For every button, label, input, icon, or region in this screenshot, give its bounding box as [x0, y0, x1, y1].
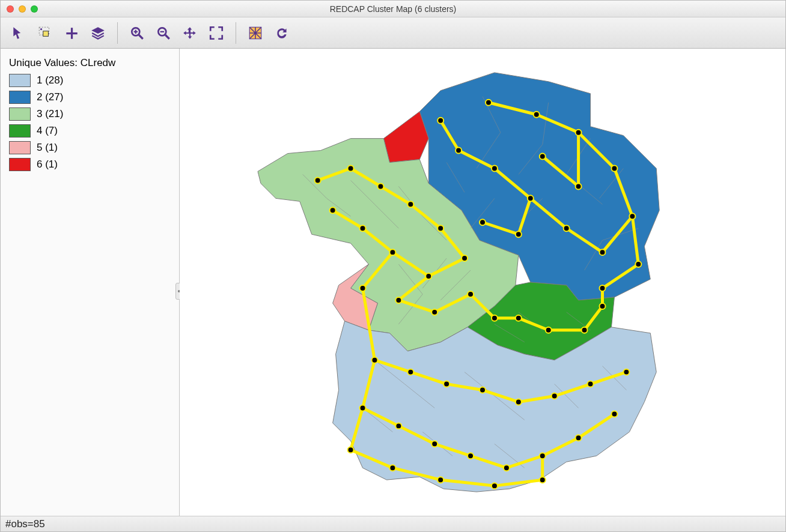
svg-point-68 — [486, 100, 492, 106]
svg-point-86 — [348, 166, 354, 172]
svg-point-117 — [540, 453, 546, 459]
svg-point-83 — [635, 261, 641, 267]
legend-item-6[interactable]: 6 (1) — [9, 158, 173, 171]
svg-point-81 — [516, 231, 522, 237]
legend-swatch — [9, 124, 31, 138]
svg-point-73 — [600, 249, 606, 255]
svg-point-91 — [425, 273, 431, 279]
pan-tool[interactable] — [178, 21, 202, 45]
svg-point-105 — [407, 369, 413, 375]
legend-swatch — [9, 158, 31, 171]
svg-point-74 — [564, 225, 570, 231]
svg-point-77 — [455, 148, 462, 154]
map-canvas[interactable] — [180, 49, 785, 516]
svg-point-115 — [468, 453, 474, 459]
svg-point-120 — [348, 447, 354, 453]
svg-point-108 — [516, 399, 522, 405]
svg-point-85 — [315, 177, 321, 183]
maximize-icon[interactable] — [31, 5, 38, 13]
legend-swatch — [9, 107, 31, 121]
cluster-region-6 — [383, 112, 428, 163]
svg-point-123 — [492, 483, 498, 489]
legend-label: 4 (7) — [37, 125, 58, 137]
svg-point-76 — [492, 166, 498, 172]
svg-point-88 — [407, 201, 413, 207]
legend-title: Unique Values: CLredw — [9, 57, 173, 69]
legend: Unique Values: CLredw 1 (28)2 (27)3 (21)… — [1, 49, 179, 181]
cluster-region-1 — [333, 321, 657, 492]
svg-line-4 — [139, 35, 143, 39]
svg-point-94 — [330, 207, 336, 213]
legend-item-3[interactable]: 3 (21) — [9, 107, 173, 121]
svg-point-110 — [588, 381, 594, 387]
window-title: REDCAP Cluster Map (6 clusters) — [1, 4, 785, 14]
svg-point-80 — [540, 154, 546, 160]
svg-point-82 — [480, 219, 486, 225]
svg-point-104 — [371, 357, 377, 363]
svg-line-8 — [165, 35, 169, 39]
svg-point-70 — [576, 130, 582, 136]
legend-swatch — [9, 74, 31, 87]
svg-point-100 — [516, 315, 522, 321]
svg-point-72 — [629, 213, 635, 219]
svg-point-112 — [360, 405, 366, 411]
legend-label: 1 (28) — [37, 74, 63, 86]
svg-point-78 — [437, 118, 443, 124]
svg-point-114 — [431, 441, 437, 447]
svg-point-93 — [360, 225, 366, 231]
svg-point-98 — [492, 315, 498, 321]
svg-point-95 — [395, 297, 401, 303]
svg-rect-1 — [43, 31, 49, 36]
svg-point-71 — [611, 166, 617, 172]
add-tool[interactable] — [59, 21, 84, 45]
svg-point-99 — [360, 285, 366, 291]
svg-point-102 — [582, 327, 588, 333]
svg-point-101 — [546, 327, 552, 333]
select-rect-tool[interactable] — [33, 21, 57, 45]
close-icon[interactable] — [7, 5, 14, 13]
legend-label: 3 (21) — [37, 108, 63, 120]
zoom-out-tool[interactable] — [151, 21, 175, 45]
svg-point-103 — [600, 303, 606, 309]
legend-swatch — [9, 91, 31, 104]
svg-point-109 — [552, 393, 558, 399]
titlebar: REDCAP Cluster Map (6 clusters) — [1, 1, 785, 17]
svg-point-79 — [576, 183, 582, 189]
legend-label: 2 (27) — [37, 91, 63, 103]
refresh-tool[interactable] — [270, 21, 294, 45]
svg-point-116 — [504, 465, 510, 471]
legend-item-2[interactable]: 2 (27) — [9, 91, 173, 104]
map-svg — [180, 49, 785, 516]
layers-tool[interactable] — [86, 21, 110, 45]
svg-point-92 — [389, 249, 395, 255]
svg-point-2 — [40, 28, 42, 29]
svg-point-89 — [437, 225, 443, 231]
svg-point-90 — [462, 255, 468, 261]
svg-point-87 — [377, 183, 383, 189]
pointer-tool[interactable] — [7, 21, 31, 45]
content-area: Unique Values: CLredw 1 (28)2 (27)3 (21)… — [1, 49, 785, 516]
minimize-icon[interactable] — [19, 5, 26, 13]
svg-point-69 — [534, 112, 540, 118]
svg-point-113 — [395, 423, 401, 429]
svg-point-96 — [431, 309, 437, 315]
toolbar — [1, 17, 785, 49]
zoom-in-tool[interactable] — [125, 21, 149, 45]
toolbar-separator — [117, 22, 118, 44]
full-extent-tool[interactable] — [204, 21, 228, 45]
svg-point-111 — [623, 369, 629, 375]
svg-point-124 — [540, 477, 546, 483]
legend-item-5[interactable]: 5 (1) — [9, 141, 173, 154]
window-controls — [7, 5, 38, 13]
intersect-tool[interactable] — [243, 21, 267, 45]
svg-point-107 — [480, 387, 486, 393]
toolbar-separator — [236, 22, 236, 44]
svg-point-75 — [528, 195, 534, 201]
svg-point-106 — [443, 381, 449, 387]
legend-swatch — [9, 141, 31, 154]
svg-point-119 — [611, 411, 617, 417]
legend-item-1[interactable]: 1 (28) — [9, 74, 173, 87]
svg-point-97 — [468, 291, 474, 297]
legend-item-4[interactable]: 4 (7) — [9, 124, 173, 138]
svg-point-84 — [600, 285, 606, 291]
